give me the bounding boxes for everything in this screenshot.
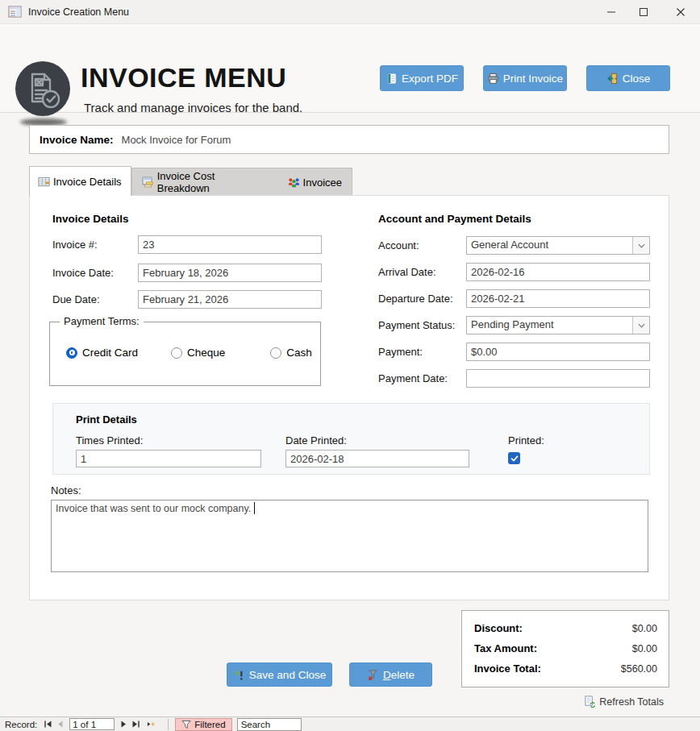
last-record-button[interactable]	[130, 719, 142, 730]
new-record-icon	[147, 720, 156, 729]
tab-label: Invoice Cost Breakdown	[157, 170, 269, 194]
page-subtitle: Track and manage invoices for the band.	[84, 101, 302, 114]
account-select[interactable]: General Account	[466, 236, 650, 255]
maximize-button[interactable]	[631, 0, 656, 23]
form-header: INVOICE MENU Track and manage invoices f…	[0, 24, 700, 113]
payment-status-select[interactable]: Pending Payment	[466, 316, 650, 334]
text-caret	[254, 502, 255, 514]
tax-value: $0.00	[632, 643, 657, 654]
arrival-date-label: Arrival Date:	[378, 266, 436, 278]
close-window-button[interactable]	[668, 0, 694, 23]
times-printed-input[interactable]	[76, 450, 261, 467]
tab-strip: Invoice Cost Breakdown Invoicee	[131, 168, 352, 196]
radio-unselected-icon	[270, 347, 281, 359]
export-pdf-label: Export PDF	[402, 73, 458, 85]
printer-icon	[487, 73, 499, 85]
invoice-name-field[interactable]: Invoice Name: Mock Invoice for Forum	[29, 125, 669, 154]
window-title: Invoice Creation Menu	[28, 6, 129, 18]
invoice-date-input[interactable]	[138, 264, 322, 282]
check-icon	[510, 455, 519, 463]
record-position-box[interactable]: 1 of 1	[69, 718, 115, 730]
radio-cash[interactable]: Cash	[270, 347, 312, 359]
payment-status-label: Payment Status:	[378, 319, 455, 331]
account-payment-heading: Account and Payment Details	[378, 213, 531, 225]
filtered-label: Filtered	[194, 720, 225, 729]
record-navigation-bar: Record: 1 of 1 Filtered	[0, 716, 700, 731]
tab-invoice-details[interactable]: Invoice Details	[29, 166, 131, 196]
window-titlebar: Invoice Creation Menu	[0, 0, 700, 24]
chevron-down-icon	[632, 237, 649, 254]
invoice-number-label: Invoice #:	[52, 239, 98, 251]
payment-input[interactable]	[466, 343, 650, 361]
minimize-icon	[606, 7, 616, 17]
first-record-button[interactable]	[42, 719, 54, 730]
payment-terms-options: Credit Card Cheque Cash	[50, 347, 320, 359]
chevron-down-icon	[632, 317, 649, 334]
account-value: General Account	[467, 237, 632, 254]
previous-record-button[interactable]	[54, 719, 66, 730]
tab-invoice-cost-breakdown[interactable]: Invoice Cost Breakdown	[132, 168, 278, 196]
invoice-date-label: Invoice Date:	[52, 267, 114, 279]
refresh-totals-button[interactable]: Refresh Totals	[584, 695, 664, 708]
discount-row: Discount: $0.00	[474, 622, 657, 634]
tab-label: Invoicee	[303, 177, 342, 189]
payment-status-value: Pending Payment	[467, 317, 632, 334]
invoice-details-heading: Invoice Details	[52, 213, 129, 225]
save-and-close-label: Save and Close	[249, 669, 326, 681]
payment-date-input[interactable]	[466, 369, 650, 388]
payment-date-label: Payment Date:	[378, 372, 448, 384]
due-date-label: Due Date:	[52, 293, 100, 305]
invoice-name-value: Mock Invoice for Forum	[122, 134, 231, 146]
notes-label: Notes:	[51, 484, 81, 496]
due-date-input[interactable]	[138, 290, 322, 309]
access-form-icon	[8, 5, 22, 19]
radio-label: Credit Card	[82, 347, 138, 359]
radio-selected-icon	[66, 347, 77, 359]
previous-record-icon	[56, 720, 65, 729]
print-details-heading: Print Details	[76, 413, 137, 426]
invoice-name-label: Invoice Name:	[40, 134, 114, 146]
funnel-icon	[181, 720, 191, 729]
date-printed-input[interactable]	[285, 450, 469, 467]
exit-door-icon	[606, 73, 619, 85]
radio-credit-card[interactable]: Credit Card	[66, 347, 138, 359]
close-icon	[676, 7, 685, 17]
departure-date-input[interactable]	[466, 289, 650, 308]
people-icon	[288, 177, 300, 189]
print-invoice-button[interactable]: Print Invoice	[483, 65, 567, 91]
notebook-icon	[385, 73, 398, 85]
delete-button[interactable]: Delete	[349, 662, 432, 687]
delete-filter-icon	[367, 669, 379, 681]
search-input[interactable]	[237, 718, 302, 731]
arrival-date-input[interactable]	[466, 263, 650, 281]
print-invoice-label: Print Invoice	[503, 73, 563, 85]
close-form-button[interactable]: Close	[586, 65, 670, 91]
radio-label: Cheque	[187, 347, 225, 359]
invoice-number-input[interactable]	[138, 235, 322, 254]
new-record-button[interactable]	[142, 719, 160, 730]
tab-invoicee[interactable]: Invoicee	[278, 168, 352, 196]
first-record-icon	[44, 720, 52, 729]
save-plus-icon	[233, 669, 245, 681]
printed-checkbox[interactable]	[508, 452, 520, 464]
invoice-total-row: Invoice Total: $560.00	[474, 662, 657, 675]
minimize-button[interactable]	[598, 0, 624, 23]
payment-terms-legend: Payment Terms:	[60, 315, 144, 327]
invoice-details-panel: Invoice Details Invoice #: Invoice Date:…	[29, 195, 669, 600]
notes-textarea[interactable]: Invoice that was sent to our mock compan…	[51, 500, 648, 572]
invoice-total-value: $560.00	[621, 663, 657, 675]
departure-date-label: Departure Date:	[378, 293, 453, 305]
next-record-button[interactable]	[118, 719, 130, 730]
invoice-creation-window: Invoice Creation Menu	[0, 0, 700, 731]
maximize-icon	[639, 7, 648, 17]
filtered-button[interactable]: Filtered	[175, 718, 231, 731]
date-printed-label: Date Printed:	[285, 434, 347, 446]
radio-cheque[interactable]: Cheque	[171, 347, 225, 359]
close-form-label: Close	[623, 73, 651, 85]
radio-label: Cash	[286, 347, 312, 359]
save-and-close-button[interactable]: Save and Close	[227, 662, 332, 687]
radio-unselected-icon	[171, 347, 182, 359]
next-record-icon	[119, 720, 128, 729]
payment-terms-group: Payment Terms: Credit Card Cheque Cash	[49, 322, 321, 386]
export-pdf-button[interactable]: Export PDF	[380, 65, 464, 91]
